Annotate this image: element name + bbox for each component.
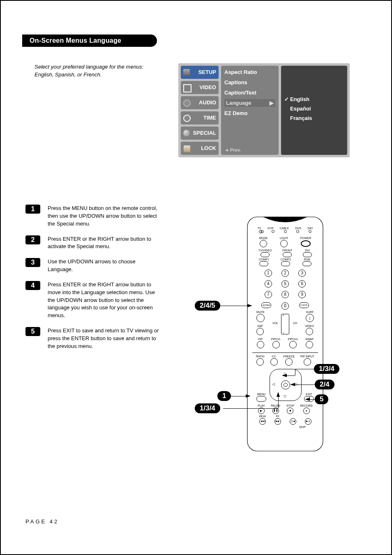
- remote-btn-2[interactable]: 2: [277, 269, 293, 277]
- btn-label: SAP: [256, 325, 264, 327]
- btn-label: PIP: [257, 338, 264, 341]
- btn-label: PIPCH+: [288, 338, 298, 341]
- osd-option[interactable]: Français: [284, 115, 344, 121]
- remote-btn-pip[interactable]: PIP: [257, 338, 264, 349]
- osd-tab-video[interactable]: VIDEO: [181, 81, 219, 94]
- remote-led-cable: CABLE: [279, 227, 289, 230]
- btn-label: REW: [259, 415, 265, 418]
- led-icon: [284, 230, 287, 233]
- remote-btn-stop[interactable]: STOP■: [286, 404, 294, 415]
- remote-btn-pause[interactable]: PAUSE❚❚: [271, 404, 280, 415]
- remote-btn-pipinput[interactable]: PIP INPUT: [300, 355, 314, 366]
- btn-label: POWER: [300, 237, 311, 240]
- osd-option[interactable]: Español: [284, 106, 344, 112]
- osd-item[interactable]: Caption/Text: [224, 89, 275, 97]
- remote-led-vcr: VCR: [267, 227, 274, 230]
- remote-btn-surf[interactable]: SURF↕: [306, 311, 314, 322]
- osd-tab-lock[interactable]: LOCK: [181, 142, 219, 155]
- svg-marker-3: [246, 394, 251, 398]
- step-number: 5: [25, 327, 40, 336]
- remote-btn-enter[interactable]: ENTER: [261, 302, 271, 310]
- remote-led-dvd: DVD: [295, 227, 301, 230]
- osd-option-selected[interactable]: English: [284, 96, 344, 102]
- step-item: 5 Press EXIT to save and return to TV vi…: [25, 327, 161, 350]
- pin-icon: [183, 130, 190, 136]
- remote-btn-sap[interactable]: SAP: [256, 325, 264, 336]
- btn-label: RGB: [302, 258, 311, 261]
- btn-label: PAUSE: [271, 404, 280, 407]
- step-text: Press the MENU button on the remote cont…: [48, 205, 161, 228]
- remote-btn-pipchplus[interactable]: PIPCH+: [288, 338, 298, 349]
- callout-enter: 2/4/5: [195, 301, 220, 311]
- square-icon: [183, 84, 191, 92]
- osd-prev[interactable]: ◄ Prev.: [224, 147, 241, 152]
- btn-label: RECORD: [300, 404, 312, 407]
- osd-item[interactable]: Aspect Ratio: [224, 68, 275, 76]
- step-item: 4 Press ENTER or the RIGHT arrow button …: [25, 281, 161, 320]
- step-text: Press ENTER or the RIGHT arrow button to…: [48, 281, 161, 320]
- remote-btn-tvvideo[interactable]: TV/VIDEO: [258, 249, 272, 258]
- remote-btn-skipback[interactable]: ❙◀: [290, 415, 296, 425]
- remote-btn-record[interactable]: RECORD●: [300, 404, 312, 415]
- osd-tab-audio[interactable]: AUDIO: [181, 96, 219, 109]
- remote-btn-4[interactable]: 4: [260, 280, 277, 288]
- remote-btn-comp1[interactable]: COMP1: [259, 258, 269, 267]
- remote-btn-ratio[interactable]: RATIO: [256, 355, 265, 366]
- remote-btn-cc[interactable]: CC: [270, 355, 278, 366]
- remote-btn-left[interactable]: ◁: [272, 382, 275, 386]
- remote-btn-8[interactable]: 8: [277, 291, 293, 298]
- remote-btn-rgb[interactable]: RGB: [302, 258, 311, 267]
- btn-label: FF: [274, 415, 281, 418]
- remote-btn-right[interactable]: ▷: [295, 382, 298, 386]
- osd-item[interactable]: Captions: [224, 78, 275, 86]
- remote-btn-0[interactable]: 0: [281, 302, 289, 310]
- led-icon: [296, 230, 299, 233]
- step-text: Use the UP/DOWN arrows to choose Languag…: [48, 258, 161, 274]
- remote-btn-freeze[interactable]: FREEZE: [283, 355, 295, 366]
- osd-tab-setup[interactable]: SETUP: [181, 66, 219, 79]
- remote-btn-3[interactable]: 3: [294, 269, 311, 277]
- osd-option-list: English Español Français: [281, 66, 347, 155]
- remote-btn-7[interactable]: 7: [260, 291, 277, 298]
- osd-tab-label: TIME: [203, 115, 216, 121]
- remote-btn-5[interactable]: 5: [277, 280, 293, 288]
- callout-down: 1/3/4: [195, 403, 220, 413]
- remote-btn-6[interactable]: 6: [294, 280, 311, 288]
- osd-item-selected[interactable]: Language▶: [224, 99, 275, 107]
- led-icon: [259, 230, 262, 233]
- osd-tab-label: LOCK: [201, 145, 216, 151]
- triangle-right-icon: ▶: [270, 100, 274, 106]
- callout-up: 1/3/4: [314, 364, 339, 374]
- remote-btn-swap[interactable]: SWAP: [305, 338, 314, 349]
- remote-btn-mode[interactable]: MODE: [259, 237, 268, 248]
- remote-btn-comp2[interactable]: COMP2: [281, 258, 291, 267]
- remote-btn-mute[interactable]: MUTE: [256, 311, 265, 322]
- remote-btn-light[interactable]: LIGHT: [280, 237, 288, 248]
- remote-btn-play[interactable]: PLAY▶: [258, 404, 265, 415]
- btn-label: DVI: [303, 249, 312, 252]
- btn-label: COMP1: [259, 258, 269, 261]
- osd-item[interactable]: EZ Demo: [224, 109, 275, 117]
- remote-btn-front[interactable]: FRONT: [282, 249, 292, 258]
- remote-btn-1[interactable]: 1: [260, 269, 277, 277]
- remote-btn-flashbk[interactable]: FLASHBK: [299, 302, 309, 310]
- step-item: 2 Press ENTER or the RIGHT arrow button …: [25, 235, 161, 251]
- remote-btn-skipfwd[interactable]: ▶❙: [305, 415, 311, 425]
- remote-btn-dvi[interactable]: DVI: [303, 249, 312, 258]
- remote-btn-menu[interactable]: MENU: [256, 393, 266, 402]
- osd-tab-label: SETUP: [198, 69, 216, 75]
- osd-tab-special[interactable]: SPECIAL: [181, 127, 219, 140]
- remote-led-sat: SAT: [307, 227, 313, 230]
- remote-btn-rew[interactable]: REW◀◀: [259, 415, 265, 425]
- remote-btn-9[interactable]: 9: [294, 291, 311, 298]
- remote-btn-power[interactable]: POWER: [300, 237, 311, 248]
- remote-btn-pipchminus[interactable]: PIPCH-: [271, 338, 281, 349]
- footer-page-label: PAGE: [25, 518, 46, 525]
- svg-marker-7: [305, 398, 310, 401]
- remote-btn-video[interactable]: VIDEO: [305, 325, 314, 336]
- osd-tab-label: VIDEO: [200, 84, 216, 90]
- osd-tab-time[interactable]: TIME: [181, 111, 219, 124]
- btn-label: SURF: [306, 311, 314, 313]
- remote-btn-ff[interactable]: FF▶▶: [274, 415, 281, 425]
- remote-btn-ok[interactable]: [281, 380, 290, 389]
